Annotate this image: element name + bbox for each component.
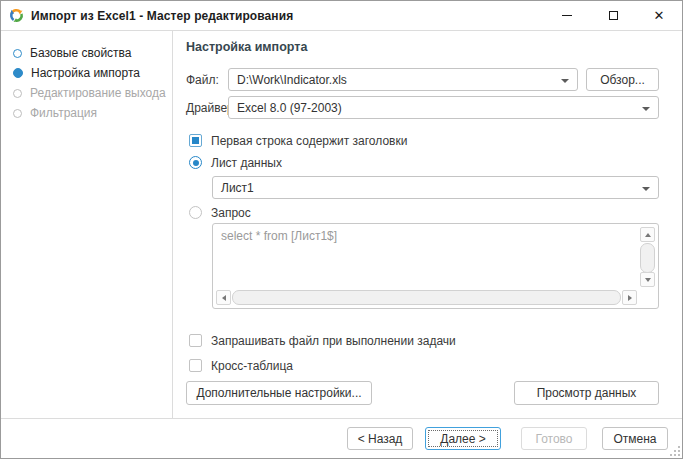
- step-label: Фильтрация: [30, 106, 97, 120]
- wizard-steps-sidebar: Базовые свойства Настройка импорта Редак…: [1, 31, 173, 418]
- step-label: Редактирование выхода: [30, 86, 166, 100]
- driver-row: Драйвер: Excel 8.0 (97-2003): [186, 96, 659, 119]
- step-current-bullet-icon: [13, 68, 23, 78]
- scroll-down-button[interactable]: [640, 272, 655, 287]
- query-textarea[interactable]: select * from [Лист1$]: [212, 223, 659, 309]
- wizard-footer: < Назад Далее > Готово Отмена: [1, 418, 682, 458]
- step-filtering[interactable]: Фильтрация: [13, 103, 172, 123]
- checkbox-checked-icon: [192, 137, 199, 144]
- query-radio-row: Запрос: [189, 205, 659, 220]
- step-label: Настройка импорта: [31, 66, 140, 80]
- close-icon: ✕: [654, 9, 665, 22]
- cross-table-checkbox-row: Кросс-таблица: [189, 358, 659, 373]
- step-pending-bullet-icon: [13, 89, 22, 98]
- wizard-body: Базовые свойства Настройка импорта Редак…: [1, 31, 682, 418]
- finish-button[interactable]: Готово: [521, 427, 587, 450]
- driver-value: Excel 8.0 (97-2003): [237, 101, 342, 115]
- step-completed-bullet-icon: [13, 49, 22, 58]
- file-path-value: D:\Work\Indicator.xls: [237, 73, 347, 87]
- cross-table-label: Кросс-таблица: [211, 359, 293, 373]
- next-button[interactable]: Далее >: [425, 427, 501, 450]
- vertical-scrollbar-thumb[interactable]: [640, 243, 655, 273]
- step-pending-bullet-icon: [13, 109, 22, 118]
- cancel-button[interactable]: Отмена: [602, 427, 668, 450]
- minimize-button[interactable]: [544, 1, 590, 30]
- sheet-value: Лист1: [221, 181, 254, 195]
- first-row-headers-label: Первая строка содержит заголовки: [211, 134, 407, 148]
- back-button[interactable]: < Назад: [347, 427, 413, 450]
- file-label: Файл:: [186, 73, 228, 87]
- close-button[interactable]: ✕: [636, 1, 682, 30]
- chevron-down-icon[interactable]: [642, 187, 650, 191]
- sheet-radio-label: Лист данных: [211, 156, 282, 170]
- step-import-settings[interactable]: Настройка импорта: [13, 63, 172, 83]
- scroll-right-button[interactable]: [622, 290, 637, 305]
- step-output-editing[interactable]: Редактирование выхода: [13, 83, 172, 103]
- caption-buttons: ✕: [544, 1, 682, 30]
- arrow-right-icon: [628, 295, 632, 301]
- step-label: Базовые свойства: [30, 46, 132, 60]
- driver-combobox[interactable]: Excel 8.0 (97-2003): [228, 96, 659, 119]
- radio-selected-icon: [193, 160, 199, 166]
- chevron-down-icon[interactable]: [561, 79, 569, 83]
- preview-data-button[interactable]: Просмотр данных: [514, 381, 659, 405]
- driver-label: Драйвер:: [186, 101, 228, 115]
- prompt-file-checkbox[interactable]: [189, 334, 202, 347]
- sheet-radio[interactable]: [189, 156, 202, 169]
- window-title: Импорт из Excel1 - Мастер редактирования: [31, 9, 293, 23]
- horizontal-scrollbar-thumb[interactable]: [232, 290, 621, 305]
- scroll-left-button[interactable]: [216, 290, 231, 305]
- import-settings-panel: Настройка импорта Файл: D:\Work\Indicato…: [173, 31, 682, 418]
- chevron-down-icon[interactable]: [642, 107, 650, 111]
- maximize-icon: [609, 11, 618, 20]
- cross-table-checkbox[interactable]: [189, 359, 202, 372]
- sheet-radio-row: Лист данных: [189, 155, 659, 170]
- maximize-button[interactable]: [590, 1, 636, 30]
- resize-grip[interactable]: [670, 446, 680, 456]
- advanced-settings-button[interactable]: Дополнительные настройки...: [186, 381, 372, 405]
- minimize-icon: [562, 15, 572, 16]
- query-text: select * from [Лист1$]: [221, 229, 634, 243]
- first-row-headers-checkbox-row: Первая строка содержит заголовки: [189, 133, 659, 148]
- prompt-file-label: Запрашивать файл при выполнении задачи: [211, 334, 456, 348]
- title-bar: Импорт из Excel1 - Мастер редактирования…: [1, 1, 682, 31]
- sheet-combobox[interactable]: Лист1: [212, 176, 659, 199]
- query-radio[interactable]: [189, 206, 202, 219]
- browse-button[interactable]: Обзор...: [586, 68, 659, 91]
- step-basic-properties[interactable]: Базовые свойства: [13, 43, 172, 63]
- file-path-combobox[interactable]: D:\Work\Indicator.xls: [228, 68, 578, 91]
- prompt-file-checkbox-row: Запрашивать файл при выполнении задачи: [189, 333, 659, 348]
- arrow-up-icon: [645, 233, 651, 237]
- app-sync-icon: [8, 7, 25, 24]
- page-title: Настройка импорта: [186, 40, 659, 56]
- arrow-left-icon: [222, 295, 226, 301]
- query-radio-label: Запрос: [211, 206, 251, 220]
- arrow-down-icon: [645, 278, 651, 282]
- panel-actions: Дополнительные настройки... Просмотр дан…: [186, 381, 659, 405]
- first-row-headers-checkbox[interactable]: [189, 134, 202, 147]
- scroll-up-button[interactable]: [640, 227, 655, 242]
- wizard-window: Импорт из Excel1 - Мастер редактирования…: [0, 0, 683, 459]
- file-row: Файл: D:\Work\Indicator.xls Обзор...: [186, 68, 659, 91]
